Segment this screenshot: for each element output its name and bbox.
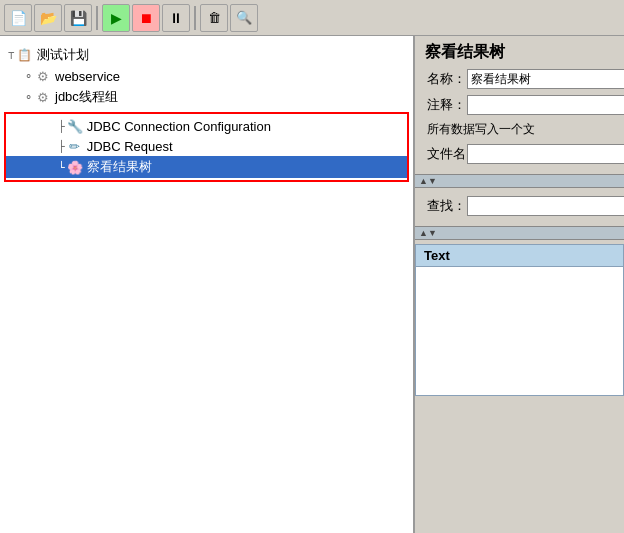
comment-label: 注释： <box>427 96 463 114</box>
filename-row: 文件名 <box>427 144 612 164</box>
red-box-group: ├ 🔧 JDBC Connection Configuration ├ ✏ JD… <box>4 112 409 182</box>
toolbar-new-btn[interactable]: 📄 <box>4 4 32 32</box>
result-tree-icon: 🌸 <box>67 159 83 175</box>
tree-connector: ⊤ <box>8 49 15 62</box>
tree-item-webservice[interactable]: ⚬ ⚙ webservice <box>4 66 409 86</box>
text-section: Text <box>415 244 624 396</box>
text-section-body[interactable] <box>415 266 624 396</box>
filename-input[interactable] <box>467 144 624 164</box>
left-panel: ⊤ 📋 测试计划 ⚬ ⚙ webservice ⚬ ⚙ jdbc线程组 ├ <box>0 36 415 533</box>
tree-item-jdbc-request[interactable]: ├ ✏ JDBC Request <box>6 136 407 156</box>
toolbar-open-btn[interactable]: 📂 <box>34 4 62 32</box>
toolbar-run-btn[interactable]: ▶ <box>102 4 130 32</box>
filename-label: 文件名 <box>427 145 463 163</box>
jdbc-config-icon: 🔧 <box>67 118 83 134</box>
plan-icon: 📋 <box>17 47 33 63</box>
tree-item-jdbc-group[interactable]: ⚬ ⚙ jdbc线程组 <box>4 86 409 108</box>
toolbar-sep-2 <box>194 6 196 30</box>
name-row: 名称： <box>427 69 612 89</box>
divider-strip-1: ▲▼ <box>415 174 624 188</box>
tree-item-jdbc-config[interactable]: ├ 🔧 JDBC Connection Configuration <box>6 116 407 136</box>
tree-label-webservice: webservice <box>55 69 120 84</box>
comment-row: 注释： <box>427 95 612 115</box>
tree-item-result-tree[interactable]: └ 🌸 察看结果树 <box>6 156 407 178</box>
name-input[interactable] <box>467 69 624 89</box>
tree-connector: ⚬ <box>24 70 33 83</box>
toolbar-sep-1 <box>96 6 98 30</box>
search-label: 查找： <box>427 197 463 215</box>
comment-input[interactable] <box>467 95 624 115</box>
write-all-row: 所有数据写入一个文 <box>427 121 612 138</box>
tree-connector: └ <box>58 161 65 174</box>
search-area: 查找： <box>415 192 624 226</box>
tree-connector: ├ <box>58 120 65 133</box>
tree-label-result-tree: 察看结果树 <box>87 158 152 176</box>
write-all-label: 所有数据写入一个文 <box>427 121 535 138</box>
toolbar-clear-btn[interactable]: 🗑 <box>200 4 228 32</box>
tree-label-jdbc-request: JDBC Request <box>87 139 173 154</box>
tree-connector: ⚬ <box>24 91 33 104</box>
toolbar-pause-btn[interactable]: ⏸ <box>162 4 190 32</box>
jdbc-request-icon: ✏ <box>67 138 83 154</box>
tree-label-plan: 测试计划 <box>37 46 89 64</box>
search-row: 查找： <box>427 196 612 216</box>
divider-arrow: ▲▼ <box>419 176 437 186</box>
toolbar-save-btn[interactable]: 💾 <box>64 4 92 32</box>
panel-title: 察看结果树 <box>415 36 624 65</box>
tree-connector: ├ <box>58 140 65 153</box>
divider-arrow-2: ▲▼ <box>419 228 437 238</box>
jdbc-group-icon: ⚙ <box>35 89 51 105</box>
toolbar-search-btn[interactable]: 🔍 <box>230 4 258 32</box>
tree-container: ⊤ 📋 测试计划 ⚬ ⚙ webservice ⚬ ⚙ jdbc线程组 ├ <box>0 36 413 194</box>
search-input[interactable] <box>467 196 624 216</box>
toolbar-stop-btn[interactable]: ⏹ <box>132 4 160 32</box>
text-section-header: Text <box>415 244 624 266</box>
webservice-icon: ⚙ <box>35 68 51 84</box>
form-area: 名称： 注释： 所有数据写入一个文 文件名 <box>415 65 624 174</box>
toolbar: 📄 📂 💾 ▶ ⏹ ⏸ 🗑 🔍 <box>0 0 624 36</box>
tree-label-jdbc-config: JDBC Connection Configuration <box>87 119 271 134</box>
main-content: ⊤ 📋 测试计划 ⚬ ⚙ webservice ⚬ ⚙ jdbc线程组 ├ <box>0 36 624 533</box>
tree-item-plan[interactable]: ⊤ 📋 测试计划 <box>4 44 409 66</box>
divider-strip-2: ▲▼ <box>415 226 624 240</box>
right-panel: 察看结果树 名称： 注释： 所有数据写入一个文 文件名 <box>415 36 624 533</box>
tree-label-jdbc-group: jdbc线程组 <box>55 88 118 106</box>
name-label: 名称： <box>427 70 463 88</box>
